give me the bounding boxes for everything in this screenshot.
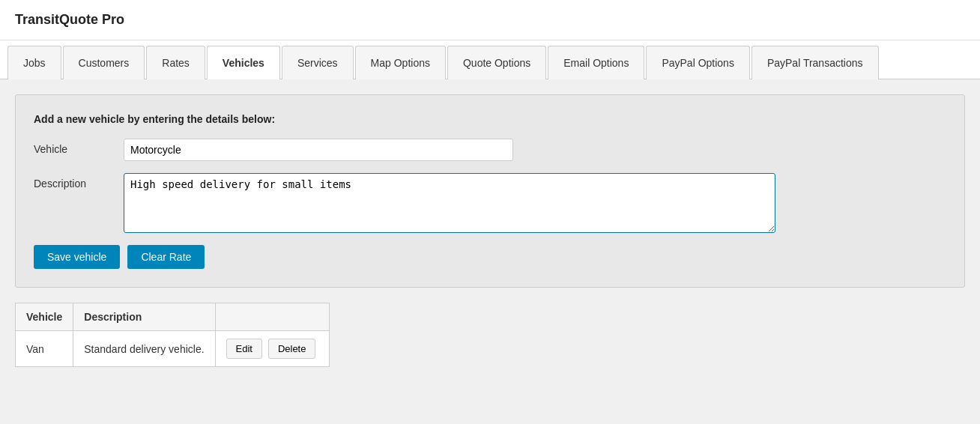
app-header: TransitQuote Pro: [0, 0, 980, 40]
main-content: Add a new vehicle by entering the detail…: [0, 79, 980, 382]
vehicle-label: Vehicle: [34, 139, 124, 155]
table-cell-description: Standard delivery vehicle.: [73, 331, 215, 367]
table-header-row: Vehicle Description: [16, 303, 330, 331]
tab-customers[interactable]: Customers: [63, 46, 145, 79]
clear-rate-button[interactable]: Clear Rate: [127, 245, 205, 269]
col-header-actions: [215, 303, 330, 331]
tab-paypal-transactions[interactable]: PayPal Transactions: [751, 46, 879, 79]
add-vehicle-panel: Add a new vehicle by entering the detail…: [15, 94, 965, 288]
col-header-vehicle: Vehicle: [16, 303, 73, 331]
description-label: Description: [34, 173, 124, 190]
vehicle-row: Vehicle: [34, 139, 946, 161]
save-vehicle-button[interactable]: Save vehicle: [34, 245, 120, 269]
col-header-description: Description: [73, 303, 215, 331]
app-title: TransitQuote Pro: [15, 12, 124, 27]
button-row: Save vehicle Clear Rate: [34, 245, 946, 269]
tab-email-options[interactable]: Email Options: [548, 46, 644, 79]
table-cell-vehicle: Van: [16, 331, 73, 367]
tab-paypal-options[interactable]: PayPal Options: [646, 46, 750, 79]
tab-services[interactable]: Services: [282, 46, 354, 79]
tab-quote-options[interactable]: Quote Options: [447, 46, 546, 79]
vehicles-table: Vehicle Description Van Standard deliver…: [15, 303, 330, 367]
vehicle-input[interactable]: [124, 139, 513, 161]
tab-vehicles[interactable]: Vehicles: [207, 46, 280, 79]
tab-jobs[interactable]: Jobs: [7, 46, 61, 79]
table-row: Van Standard delivery vehicle. Edit Dele…: [16, 331, 330, 367]
panel-title: Add a new vehicle by entering the detail…: [34, 113, 946, 125]
description-textarea[interactable]: [124, 173, 775, 233]
table-cell-actions: Edit Delete: [215, 331, 330, 367]
delete-button[interactable]: Delete: [268, 339, 316, 359]
tab-map-options[interactable]: Map Options: [355, 46, 446, 79]
edit-button[interactable]: Edit: [226, 339, 262, 359]
tabs-bar: Jobs Customers Rates Vehicles Services M…: [0, 40, 980, 79]
description-row: Description: [34, 173, 946, 233]
tab-rates[interactable]: Rates: [146, 46, 205, 79]
